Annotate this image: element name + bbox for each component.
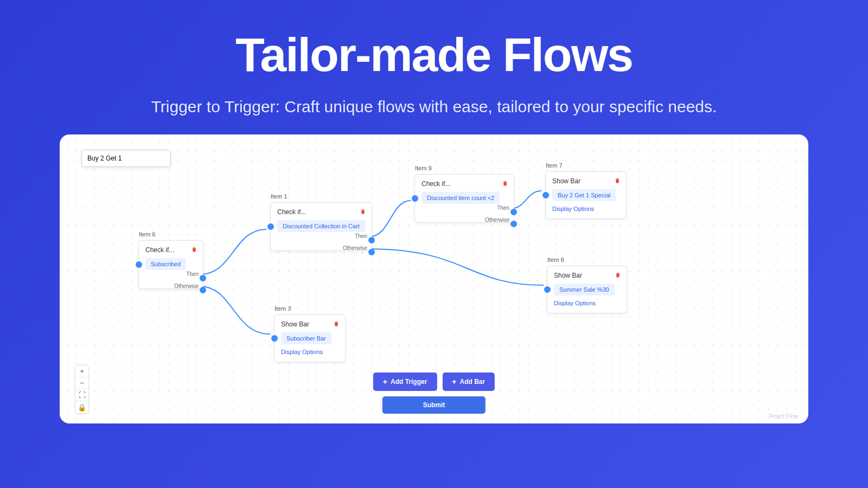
- port-label-then: Then: [186, 271, 199, 277]
- trash-icon[interactable]: [360, 207, 366, 217]
- port-in[interactable]: [544, 286, 551, 293]
- node-item7[interactable]: Item 7 Show Bar Buy 2 Get 1 Special Disp…: [545, 171, 627, 219]
- node-title: Show Bar: [281, 320, 339, 328]
- port-in[interactable]: [412, 195, 418, 202]
- port-then[interactable]: [368, 237, 375, 243]
- submit-button[interactable]: Submit: [382, 396, 486, 414]
- port-then[interactable]: [510, 209, 517, 215]
- node-label: Item 8: [547, 256, 564, 263]
- hero-title: Tailor-made Flows: [0, 0, 868, 82]
- port-label-otherwise: Otherwise: [485, 217, 509, 223]
- flow-canvas[interactable]: Item 6 Check if... Subscribed Then Other…: [60, 134, 808, 423]
- port-otherwise[interactable]: [200, 287, 206, 293]
- node-label: Item 9: [415, 165, 432, 171]
- flow-name-input[interactable]: [81, 150, 171, 167]
- trash-icon[interactable]: [191, 245, 197, 255]
- display-options-link[interactable]: Display Options: [554, 300, 620, 306]
- plus-icon: +: [383, 377, 387, 386]
- node-chip[interactable]: Buy 2 Get 1 Special: [552, 189, 616, 201]
- trash-icon[interactable]: [333, 319, 340, 329]
- display-options-link[interactable]: Display Options: [281, 349, 339, 355]
- port-label-then: Then: [497, 205, 509, 211]
- node-chip[interactable]: Subscriber Bar: [281, 332, 331, 344]
- zoom-in-button[interactable]: +: [75, 365, 88, 377]
- node-chip[interactable]: Discounted item count <2: [422, 192, 500, 204]
- node-label: Item 7: [546, 162, 563, 169]
- trash-icon[interactable]: [615, 271, 621, 280]
- port-in[interactable]: [136, 261, 142, 268]
- zoom-out-button[interactable]: −: [75, 377, 88, 389]
- port-label-otherwise: Otherwise: [343, 245, 367, 251]
- plus-icon: +: [452, 377, 456, 386]
- attribution: React Flow: [769, 413, 799, 419]
- port-label-otherwise: Otherwise: [174, 283, 199, 289]
- port-otherwise[interactable]: [368, 249, 375, 255]
- port-in[interactable]: [271, 335, 278, 342]
- node-title: Check if...: [145, 246, 196, 254]
- node-item8[interactable]: Item 8 Show Bar Summer Sale %30 Display …: [547, 266, 627, 313]
- port-then[interactable]: [200, 275, 206, 281]
- bottom-buttons: +Add Trigger +Add Bar Submit: [373, 373, 495, 414]
- node-title: Check if...: [422, 180, 507, 188]
- add-bar-button[interactable]: +Add Bar: [442, 373, 495, 391]
- trash-icon[interactable]: [614, 176, 621, 186]
- node-item9[interactable]: Item 9 Check if... Discounted item count…: [414, 174, 514, 223]
- node-item1[interactable]: Item 1 Check if... Discounted Collection…: [270, 202, 372, 251]
- port-in[interactable]: [267, 223, 274, 230]
- node-item6[interactable]: Item 6 Check if... Subscribed Then Other…: [138, 240, 203, 289]
- port-label-then: Then: [355, 233, 367, 239]
- fit-view-button[interactable]: ⛶: [75, 389, 88, 401]
- node-label: Item 3: [275, 305, 291, 312]
- node-label: Item 6: [139, 231, 156, 237]
- port-otherwise[interactable]: [510, 221, 517, 227]
- node-title: Show Bar: [554, 272, 620, 279]
- node-chip[interactable]: Summer Sale %30: [554, 284, 615, 296]
- node-chip[interactable]: Subscribed: [145, 258, 186, 270]
- hero-subtitle: Trigger to Trigger: Craft unique flows w…: [0, 98, 868, 116]
- trash-icon[interactable]: [502, 179, 508, 189]
- add-trigger-button[interactable]: +Add Trigger: [373, 373, 437, 391]
- node-chip[interactable]: Discounted Collection in Cart: [277, 220, 365, 232]
- zoom-controls: + − ⛶ 🔒: [75, 365, 89, 414]
- node-title: Show Bar: [552, 177, 620, 185]
- lock-button[interactable]: 🔒: [75, 401, 88, 413]
- node-title: Check if...: [277, 208, 365, 216]
- display-options-link[interactable]: Display Options: [552, 206, 620, 212]
- node-label: Item 1: [271, 193, 288, 200]
- node-item3[interactable]: Item 3 Show Bar Subscriber Bar Display O…: [274, 314, 346, 362]
- port-in[interactable]: [542, 192, 549, 198]
